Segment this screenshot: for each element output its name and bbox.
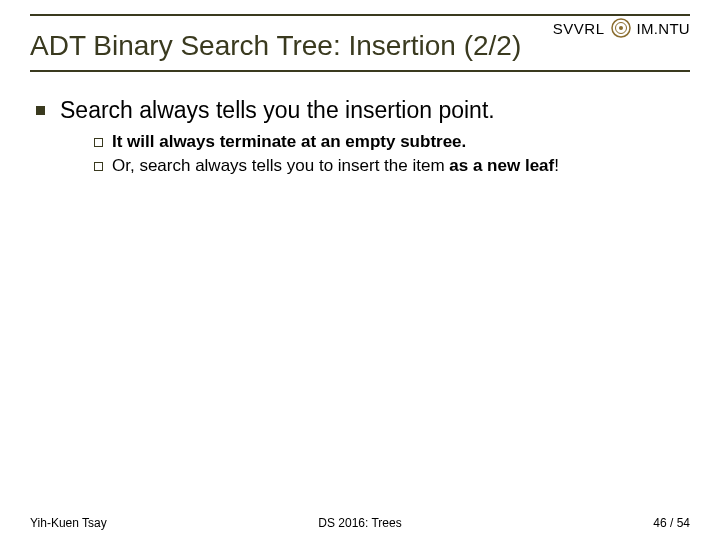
footer-page-number: 46 / 54 — [653, 516, 690, 530]
org-attribution: SVVRL IM.NTU — [553, 18, 690, 38]
bullet-item: Search always tells you the insertion po… — [30, 96, 690, 177]
sub-bullet-bold: as a new leaf — [449, 156, 554, 175]
sub-bullet-text: It will always terminate at an empty sub… — [112, 132, 466, 151]
org-left-label: SVVRL — [553, 20, 605, 37]
slide-footer: Yih-Kuen Tsay DS 2016: Trees 46 / 54 — [30, 516, 690, 530]
footer-course: DS 2016: Trees — [318, 516, 401, 530]
seal-icon — [611, 18, 631, 38]
org-right-label: IM.NTU — [637, 20, 690, 37]
footer-author: Yih-Kuen Tsay — [30, 516, 107, 530]
slide-title: ADT Binary Search Tree: Insertion (2/2) — [30, 30, 521, 62]
sub-bullet-suffix: ! — [554, 156, 559, 175]
slide-content: Search always tells you the insertion po… — [0, 72, 720, 177]
sub-bullet-item: Or, search always tells you to insert th… — [90, 155, 690, 177]
title-underline — [30, 70, 690, 72]
bullet-list-level1: Search always tells you the insertion po… — [30, 96, 690, 177]
top-rule — [30, 14, 690, 16]
bullet-text: Search always tells you the insertion po… — [60, 97, 495, 123]
slide-header: SVVRL IM.NTU ADT Binary Search Tree: Ins… — [0, 0, 720, 72]
sub-bullet-prefix: Or, search always tells you to insert th… — [112, 156, 449, 175]
sub-bullet-item: It will always terminate at an empty sub… — [90, 131, 690, 153]
bullet-list-level2: It will always terminate at an empty sub… — [60, 131, 690, 177]
svg-point-2 — [619, 26, 623, 30]
